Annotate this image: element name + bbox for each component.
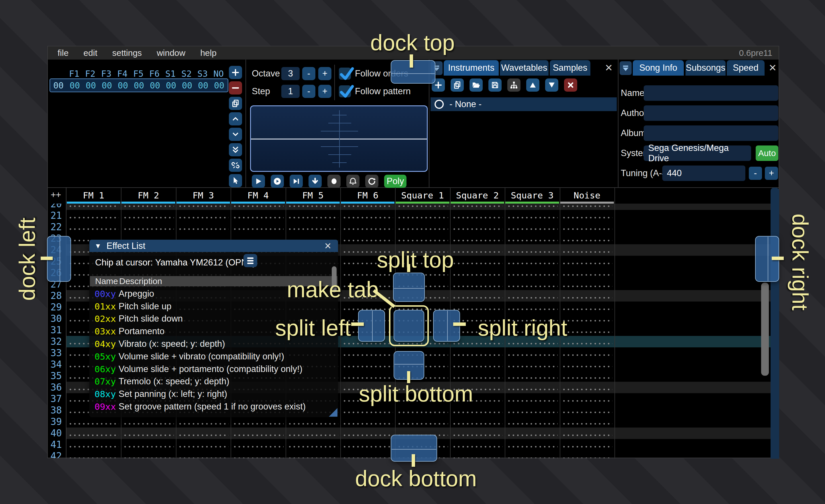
pattern-cell[interactable] bbox=[505, 302, 559, 313]
pattern-cell[interactable] bbox=[505, 450, 559, 458]
menu-item[interactable]: edit bbox=[83, 48, 97, 58]
pattern-cell[interactable] bbox=[395, 203, 450, 210]
pattern-cell[interactable] bbox=[121, 210, 175, 221]
pattern-cell[interactable] bbox=[560, 347, 614, 359]
order-value[interactable]: 00 bbox=[147, 80, 163, 90]
pattern-cell[interactable] bbox=[231, 203, 285, 210]
order-value[interactable]: 00 bbox=[83, 80, 99, 90]
pattern-cell[interactable] bbox=[505, 210, 559, 221]
order-value[interactable]: 00 bbox=[211, 80, 227, 90]
menu-item[interactable]: settings bbox=[112, 48, 142, 58]
pattern-row[interactable] bbox=[66, 416, 770, 428]
effect-row[interactable]: 05xy Volume slide + vibrato (compatibili… bbox=[89, 350, 338, 363]
instrument-move-down-button[interactable] bbox=[545, 78, 558, 92]
pattern-cell[interactable] bbox=[231, 439, 285, 450]
pattern-cell[interactable] bbox=[560, 405, 614, 416]
instrument-picker-button[interactable] bbox=[507, 78, 521, 92]
pattern-cell[interactable] bbox=[176, 210, 231, 221]
pattern-cell[interactable] bbox=[505, 416, 559, 428]
pattern-row[interactable] bbox=[66, 203, 770, 210]
pattern-cell[interactable] bbox=[340, 347, 395, 359]
tab-instruments[interactable]: Instruments bbox=[444, 60, 499, 76]
play-from-cursor-button[interactable] bbox=[290, 175, 303, 188]
channel-header[interactable]: FM 6 bbox=[340, 187, 395, 201]
pattern-cell[interactable] bbox=[340, 450, 395, 458]
pattern-scrollbar-track[interactable] bbox=[770, 187, 779, 459]
pattern-cell[interactable] bbox=[231, 416, 285, 428]
repeat-button[interactable] bbox=[365, 175, 378, 188]
pattern-cell[interactable] bbox=[560, 233, 614, 244]
collapse-tabs-button[interactable] bbox=[620, 61, 631, 75]
pattern-cell[interactable] bbox=[176, 439, 231, 450]
channel-header[interactable]: Square 2 bbox=[450, 187, 505, 201]
order-value[interactable]: 00 bbox=[179, 80, 195, 90]
orders-row-selected[interactable]: 00 00000000000000000000 bbox=[50, 78, 228, 92]
pattern-cell[interactable] bbox=[176, 221, 231, 233]
pattern-cell[interactable] bbox=[505, 428, 559, 439]
pattern-cell[interactable] bbox=[340, 233, 395, 244]
pattern-cell[interactable] bbox=[121, 428, 175, 439]
pattern-cell[interactable] bbox=[560, 439, 614, 450]
pattern-cell[interactable] bbox=[340, 416, 395, 428]
pattern-cell[interactable] bbox=[176, 203, 231, 210]
pattern-cell[interactable] bbox=[231, 428, 285, 439]
pattern-cell[interactable] bbox=[560, 267, 614, 279]
dock-target-top[interactable] bbox=[391, 60, 435, 84]
pattern-cell[interactable] bbox=[121, 439, 175, 450]
pattern-cell[interactable] bbox=[450, 267, 505, 279]
pattern-cell[interactable] bbox=[66, 221, 121, 233]
order-unlink-button[interactable] bbox=[229, 159, 242, 172]
pattern-cell[interactable] bbox=[66, 439, 121, 450]
pattern-cell[interactable] bbox=[505, 279, 559, 290]
step-minus-button[interactable]: - bbox=[302, 85, 315, 98]
order-value[interactable]: 00 bbox=[67, 80, 83, 90]
follow-orders-checkbox[interactable] bbox=[339, 68, 351, 80]
pattern-cell[interactable] bbox=[560, 203, 614, 210]
effect-row[interactable]: 06xy Volume slide + portamento (compatib… bbox=[89, 363, 338, 375]
pattern-cell[interactable] bbox=[121, 221, 175, 233]
order-value[interactable]: 00 bbox=[99, 80, 115, 90]
pattern-cell[interactable] bbox=[505, 221, 559, 233]
channel-header[interactable]: FM 4 bbox=[231, 187, 285, 201]
order-duplicate-button[interactable] bbox=[229, 97, 242, 110]
pattern-cell[interactable] bbox=[560, 221, 614, 233]
pattern-cell[interactable] bbox=[450, 416, 505, 428]
step-plus-button[interactable]: + bbox=[318, 85, 331, 98]
channel-header[interactable]: FM 2 bbox=[121, 187, 175, 201]
tab-song-info[interactable]: Song Info bbox=[633, 60, 684, 76]
tuning-plus-button[interactable]: + bbox=[765, 167, 778, 180]
effect-row[interactable]: 09xx Set groove pattern (speed 1 if no g… bbox=[89, 400, 338, 413]
pattern-cell[interactable] bbox=[450, 256, 505, 267]
pattern-cell[interactable] bbox=[450, 450, 505, 458]
pattern-cell[interactable] bbox=[450, 279, 505, 290]
order-remove-button[interactable] bbox=[229, 81, 242, 94]
pattern-cell[interactable] bbox=[286, 439, 340, 450]
pattern-cell[interactable] bbox=[450, 347, 505, 359]
pattern-cell[interactable] bbox=[505, 347, 559, 359]
pattern-scrollbar-thumb[interactable] bbox=[761, 283, 769, 376]
pattern-cell[interactable] bbox=[340, 359, 395, 370]
pattern-cell[interactable] bbox=[560, 382, 614, 393]
effect-row[interactable]: 07xy Tremolo (x: speed; y: depth) bbox=[89, 375, 338, 388]
channel-header[interactable]: FM 5 bbox=[286, 187, 340, 201]
pattern-cell[interactable] bbox=[176, 428, 231, 439]
poly-toggle-button[interactable]: Poly bbox=[384, 175, 406, 188]
pattern-cell[interactable] bbox=[505, 267, 559, 279]
close-song-info-panel-button[interactable]: × bbox=[766, 61, 779, 74]
pattern-cell[interactable] bbox=[176, 416, 231, 428]
pattern-cell[interactable] bbox=[450, 428, 505, 439]
channel-header[interactable]: FM 1 bbox=[66, 187, 121, 201]
collapse-triangle-icon[interactable]: ▼ bbox=[94, 242, 101, 250]
octave-minus-button[interactable]: - bbox=[302, 67, 315, 80]
pattern-expand-button[interactable]: ++ bbox=[51, 189, 61, 199]
order-move-down-button[interactable] bbox=[229, 128, 242, 141]
pattern-cell[interactable] bbox=[560, 370, 614, 382]
instrument-move-up-button[interactable] bbox=[526, 78, 539, 92]
pattern-cell[interactable] bbox=[450, 370, 505, 382]
pattern-cell[interactable] bbox=[286, 450, 340, 458]
menu-item[interactable]: help bbox=[200, 48, 217, 58]
pattern-cell[interactable] bbox=[286, 416, 340, 428]
pattern-cell[interactable] bbox=[286, 210, 340, 221]
pattern-cell[interactable] bbox=[560, 428, 614, 439]
pattern-cell[interactable] bbox=[505, 370, 559, 382]
